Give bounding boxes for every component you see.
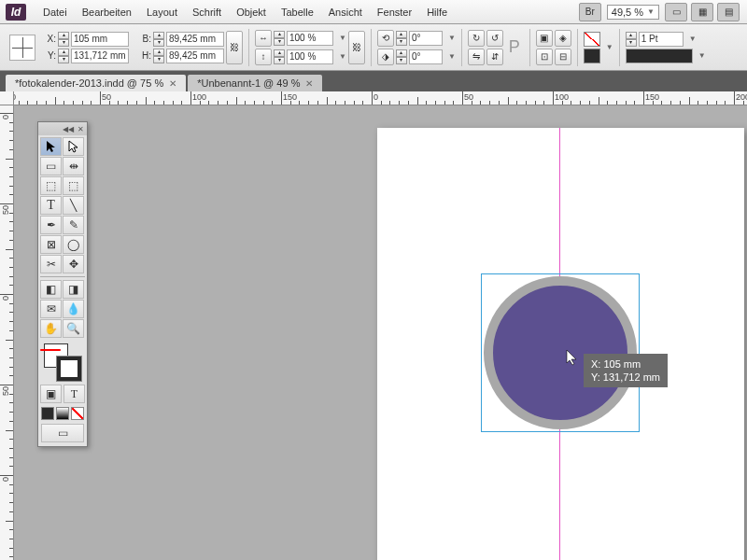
content-collector-tool[interactable]: ⬚ xyxy=(40,176,62,195)
fit-frame-icon[interactable]: ⊟ xyxy=(555,49,571,65)
canvas[interactable]: X: 105 mm Y: 131,712 mm xyxy=(14,105,747,560)
scale-y-input[interactable] xyxy=(287,49,333,64)
y-input[interactable] xyxy=(71,49,129,63)
close-icon[interactable]: ✕ xyxy=(305,78,313,89)
chevron-down-icon[interactable]: ▼ xyxy=(339,52,346,61)
screen-mode-button[interactable]: ▭ xyxy=(665,3,687,21)
w-step-down[interactable]: ▾ xyxy=(153,39,164,47)
chevron-down-icon[interactable]: ▼ xyxy=(698,51,706,60)
free-transform-tool[interactable]: ✥ xyxy=(63,255,84,273)
type-tool[interactable]: T xyxy=(40,196,62,215)
scissors-tool[interactable]: ✂ xyxy=(40,255,62,273)
sh-down[interactable]: ▾ xyxy=(396,57,407,64)
tools-panel[interactable]: ◀◀✕ ▭ ⇹ ⬚ ⬚ T ╲ ✒ ✎ ⊠ ◯ ✂ ✥ ◧ ◨ ✉ 💧 ✋ 🔍 … xyxy=(37,121,88,447)
x-step-up[interactable]: ▴ xyxy=(58,32,69,39)
ellipse-object[interactable] xyxy=(484,276,637,429)
rot-up[interactable]: ▴ xyxy=(396,31,407,38)
document-tab[interactable]: *Unbenannt-1 @ 49 %✕ xyxy=(188,75,322,91)
app-zoom-dropdown[interactable]: 49,5 %▼ xyxy=(607,5,659,20)
direct-selection-tool[interactable] xyxy=(63,137,84,156)
w-step-up[interactable]: ▴ xyxy=(153,32,164,39)
stroke-swatch[interactable] xyxy=(584,49,600,63)
flip-h-icon[interactable]: ⇋ xyxy=(468,49,485,65)
tools-panel-header[interactable]: ◀◀✕ xyxy=(38,122,87,135)
workspace-button[interactable]: ▤ xyxy=(717,3,740,21)
w-input[interactable] xyxy=(166,32,224,47)
apply-none-icon[interactable] xyxy=(71,407,84,420)
chevron-down-icon[interactable]: ▼ xyxy=(448,52,456,61)
line-tool[interactable]: ╲ xyxy=(63,196,84,215)
sx-up[interactable]: ▴ xyxy=(274,31,285,38)
rotate-ccw-icon[interactable]: ↺ xyxy=(486,30,503,47)
stroke-proxy[interactable] xyxy=(57,357,81,381)
select-content-icon[interactable]: ◈ xyxy=(555,30,571,47)
gap-tool[interactable]: ⇹ xyxy=(63,157,84,175)
stroke-style-dropdown[interactable] xyxy=(626,49,693,63)
collapse-icon[interactable]: ◀◀ xyxy=(63,125,74,133)
eyedropper-tool[interactable]: 💧 xyxy=(63,300,84,318)
sx-down[interactable]: ▾ xyxy=(274,38,285,46)
rot-down[interactable]: ▾ xyxy=(396,38,407,46)
selection-tool[interactable] xyxy=(40,137,62,156)
apply-container-icon[interactable]: ▣ xyxy=(40,385,62,403)
x-input[interactable] xyxy=(71,32,129,47)
x-step-down[interactable]: ▾ xyxy=(58,39,69,47)
ruler-origin[interactable] xyxy=(0,91,14,105)
scale-x-input[interactable] xyxy=(287,31,333,46)
menu-objekt[interactable]: Objekt xyxy=(229,3,274,21)
h-step-down[interactable]: ▾ xyxy=(153,56,164,63)
view-mode-toggle[interactable]: ▭ xyxy=(41,424,84,442)
y-step-up[interactable]: ▴ xyxy=(58,49,69,56)
menu-tabelle[interactable]: Tabelle xyxy=(274,3,321,21)
sy-up[interactable]: ▴ xyxy=(274,49,285,57)
close-icon[interactable]: ✕ xyxy=(78,125,84,133)
menu-ansicht[interactable]: Ansicht xyxy=(321,3,370,21)
stroke-up[interactable]: ▴ xyxy=(626,32,637,39)
menu-bearbeiten[interactable]: Bearbeiten xyxy=(75,3,139,21)
rotation-input[interactable] xyxy=(409,31,443,46)
gradient-feather-tool[interactable]: ◨ xyxy=(63,280,84,299)
chevron-down-icon[interactable]: ▼ xyxy=(448,34,456,42)
menu-schrift[interactable]: Schrift xyxy=(185,3,229,21)
arrange-button[interactable]: ▦ xyxy=(691,3,713,21)
chevron-down-icon[interactable]: ▼ xyxy=(689,35,697,43)
reference-point-icon[interactable] xyxy=(9,35,35,61)
chevron-down-icon[interactable]: ▼ xyxy=(606,43,613,51)
horizontal-ruler[interactable]: 050100150050100150200 xyxy=(14,91,747,105)
rotate-cw-icon[interactable]: ↻ xyxy=(468,30,485,47)
stroke-weight-input[interactable] xyxy=(639,32,684,47)
shear-input[interactable] xyxy=(409,49,443,64)
hand-tool[interactable]: ✋ xyxy=(40,319,62,338)
document-tab[interactable]: *fotokalender-2013.indd @ 75 %✕ xyxy=(6,75,186,91)
zoom-tool[interactable]: 🔍 xyxy=(63,319,84,338)
h-step-up[interactable]: ▴ xyxy=(153,49,164,56)
fill-swatch[interactable] xyxy=(584,32,600,47)
select-container-icon[interactable]: ▣ xyxy=(536,30,553,47)
apply-text-icon[interactable]: T xyxy=(63,385,85,403)
y-step-down[interactable]: ▾ xyxy=(58,56,69,63)
menu-hilfe[interactable]: Hilfe xyxy=(419,3,455,21)
sy-down[interactable]: ▾ xyxy=(274,57,285,64)
h-input[interactable] xyxy=(166,49,224,63)
sh-up[interactable]: ▴ xyxy=(396,49,407,57)
vertical-ruler[interactable]: 0500500 xyxy=(0,105,14,560)
gradient-swatch-tool[interactable]: ◧ xyxy=(40,280,62,299)
fill-stroke-proxy[interactable] xyxy=(44,343,81,381)
bridge-button[interactable]: Br xyxy=(579,3,601,21)
apply-color-icon[interactable] xyxy=(41,407,54,420)
content-placer-tool[interactable]: ⬚ xyxy=(63,176,84,195)
constrain-scale-icon[interactable]: ⛓ xyxy=(348,31,365,64)
pen-tool[interactable]: ✒ xyxy=(40,216,62,234)
fit-content-icon[interactable]: ⊡ xyxy=(536,49,553,65)
stroke-down[interactable]: ▾ xyxy=(626,39,637,47)
flip-v-icon[interactable]: ⇵ xyxy=(486,49,503,65)
menu-layout[interactable]: Layout xyxy=(139,3,185,21)
rectangle-frame-tool[interactable]: ⊠ xyxy=(40,235,62,254)
apply-gradient-icon[interactable] xyxy=(56,407,69,420)
page-tool[interactable]: ▭ xyxy=(40,157,62,175)
menu-fenster[interactable]: Fenster xyxy=(370,3,419,21)
chevron-down-icon[interactable]: ▼ xyxy=(339,34,346,42)
ellipse-tool[interactable]: ◯ xyxy=(63,235,84,254)
constrain-icon[interactable]: ⛓ xyxy=(226,31,243,64)
menu-datei[interactable]: Datei xyxy=(35,3,75,21)
